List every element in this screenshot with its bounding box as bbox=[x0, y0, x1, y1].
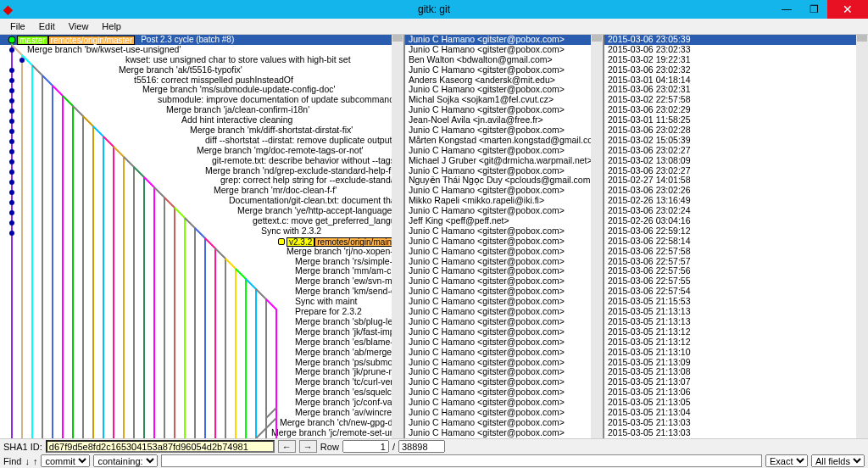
date-cell[interactable]: 2015-03-05 21:13:13 bbox=[604, 307, 868, 317]
commit-row[interactable]: Merge branch 'ms/submodule-update-config… bbox=[0, 85, 403, 95]
date-cell[interactable]: 2015-03-06 23:05:39 bbox=[604, 35, 868, 45]
close-button[interactable]: ✕ bbox=[827, 0, 868, 19]
date-cell[interactable]: 2015-03-05 21:13:09 bbox=[604, 358, 868, 368]
date-cell[interactable]: 2015-03-06 23:02:31 bbox=[604, 85, 868, 95]
commit-row[interactable]: Merge branch 'jk/prune-mtime' bbox=[0, 367, 403, 377]
commit-row[interactable]: Merge branch 'nd/grep-exclude-standard-h… bbox=[0, 166, 403, 176]
author-cell[interactable]: Junio C Hamano <gitster@pobox.com> bbox=[405, 297, 603, 307]
date-cell[interactable]: 2015-03-06 22:57:54 bbox=[604, 287, 868, 297]
menu-edit[interactable]: Edit bbox=[32, 21, 62, 31]
date-cell[interactable]: 2015-02-27 14:01:58 bbox=[604, 176, 868, 186]
author-cell[interactable]: Junio C Hamano <gitster@pobox.com> bbox=[405, 358, 603, 368]
author-cell[interactable]: Junio C Hamano <gitster@pobox.com> bbox=[405, 186, 603, 196]
commit-row[interactable]: Sync with maint bbox=[0, 297, 403, 307]
date-cell[interactable]: 2015-02-26 03:04:16 bbox=[604, 216, 868, 226]
commit-row[interactable]: Merge branch 'jc/conf-var-doc' i bbox=[0, 398, 403, 408]
commit-row[interactable]: submodule: improve documentation of upda… bbox=[0, 95, 403, 105]
date-cell[interactable]: 2015-03-02 22:57:58 bbox=[604, 95, 868, 105]
date-cell[interactable]: 2015-03-05 21:13:06 bbox=[604, 387, 868, 398]
author-cell[interactable]: Junio C Hamano <gitster@pobox.com> bbox=[405, 65, 603, 75]
date-cell[interactable]: 2015-03-06 23:02:33 bbox=[604, 45, 868, 55]
prev-button[interactable]: ← bbox=[278, 440, 296, 453]
date-cell[interactable]: 2015-03-06 22:57:55 bbox=[604, 276, 868, 287]
commit-row[interactable]: v2.3.2remotes/origin/maint Git 2 bbox=[0, 237, 403, 247]
author-cell[interactable]: Junio C Hamano <gitster@pobox.com> bbox=[405, 247, 603, 257]
author-cell[interactable]: Junio C Hamano <gitster@pobox.com> bbox=[405, 206, 603, 216]
ref-origin-maint[interactable]: remotes/origin/maint bbox=[314, 237, 397, 247]
date-cell[interactable]: 2015-03-05 21:13:12 bbox=[604, 327, 868, 337]
author-cell[interactable]: Junio C Hamano <gitster@pobox.com> bbox=[405, 287, 603, 297]
commit-row[interactable]: Merge branch 'jk/fast-import-die bbox=[0, 327, 403, 337]
menu-file[interactable]: File bbox=[3, 21, 32, 31]
date-cell[interactable]: 2015-03-05 21:13:03 bbox=[604, 418, 868, 428]
commit-row[interactable]: kwset: use unsigned char to store values… bbox=[0, 55, 403, 65]
date-pane[interactable]: 2015-03-06 23:05:392015-03-06 23:02:3320… bbox=[604, 35, 868, 438]
author-cell[interactable]: Junio C Hamano <gitster@pobox.com> bbox=[405, 45, 603, 55]
author-scrollbar[interactable] bbox=[591, 35, 603, 438]
commit-row[interactable]: Merge branch 'ye/http-accept-language' bbox=[0, 206, 403, 216]
author-cell[interactable]: Ben Walton <bdwalton@gmail.com> bbox=[405, 55, 603, 65]
author-cell[interactable]: Jeff King <peff@peff.net> bbox=[405, 216, 603, 226]
date-cell[interactable]: 2015-03-01 11:58:25 bbox=[604, 115, 868, 125]
author-cell[interactable]: Junio C Hamano <gitster@pobox.com> bbox=[405, 348, 603, 358]
date-cell[interactable]: 2015-03-06 23:02:32 bbox=[604, 65, 868, 75]
date-cell[interactable]: 2015-03-05 21:13:04 bbox=[604, 408, 868, 418]
author-cell[interactable]: Anders Kaseorg <andersk@mit.edu> bbox=[405, 75, 603, 86]
find-fields-select[interactable]: All fields bbox=[811, 454, 865, 467]
author-cell[interactable]: Mikko Rapeli <mikko.rapeli@iki.fi> bbox=[405, 196, 603, 206]
date-cell[interactable]: 2015-03-06 23:02:28 bbox=[604, 125, 868, 136]
author-cell[interactable]: Junio C Hamano <gitster@pobox.com> bbox=[405, 408, 603, 418]
date-cell[interactable]: 2015-03-05 21:13:08 bbox=[604, 367, 868, 377]
date-cell[interactable]: 2015-03-05 21:13:13 bbox=[604, 317, 868, 327]
author-cell[interactable]: Junio C Hamano <gitster@pobox.com> bbox=[405, 125, 603, 136]
date-cell[interactable]: 2015-03-05 21:13:07 bbox=[604, 377, 868, 387]
commit-row[interactable]: t5516: correct misspelled pushInsteadOf bbox=[0, 75, 403, 86]
author-cell[interactable]: Junio C Hamano <gitster@pobox.com> bbox=[405, 105, 603, 115]
date-cell[interactable]: 2015-03-05 21:13:05 bbox=[604, 398, 868, 408]
sha-input[interactable] bbox=[46, 440, 275, 453]
commit-row[interactable]: Sync with 2.3.2 bbox=[0, 226, 403, 237]
author-cell[interactable]: Junio C Hamano <gitster@pobox.com> bbox=[405, 377, 603, 387]
author-cell[interactable]: Michal Sojka <sojkam1@fel.cvut.cz> bbox=[405, 95, 603, 105]
commit-row[interactable]: Merge branch 'es/squelch-ope bbox=[0, 387, 403, 398]
author-cell[interactable]: Junio C Hamano <gitster@pobox.com> bbox=[405, 166, 603, 176]
commit-row[interactable]: Merge branch 'rs/simple-cleanup... bbox=[0, 257, 403, 267]
author-cell[interactable]: Junio C Hamano <gitster@pobox.com> bbox=[405, 85, 603, 95]
date-cell[interactable]: 2015-03-06 22:59:12 bbox=[604, 226, 868, 237]
commit-row[interactable]: Merge branch 'mm/am-c-doc' into bbox=[0, 266, 403, 276]
commit-row[interactable]: Merge branch 'mg/doc-remote-tags-or-not' bbox=[0, 146, 403, 156]
date-cell[interactable]: 2015-03-06 23:02:29 bbox=[604, 105, 868, 115]
next-button[interactable]: → bbox=[299, 440, 317, 453]
author-cell[interactable]: Junio C Hamano <gitster@pobox.com> bbox=[405, 327, 603, 337]
commit-row[interactable]: Merge branch 'mk/diff-shortstat-dirstat-… bbox=[0, 125, 403, 136]
date-cell[interactable]: 2015-03-02 15:05:39 bbox=[604, 136, 868, 146]
commit-row[interactable]: git-remote.txt: describe behavior withou… bbox=[0, 156, 403, 166]
commit-row[interactable]: Merge branch 'ps/submodule-s bbox=[0, 358, 403, 368]
date-cell[interactable]: 2015-03-06 22:57:56 bbox=[604, 266, 868, 276]
date-cell[interactable]: 2015-03-02 19:22:31 bbox=[604, 55, 868, 65]
ref-origin-master[interactable]: remotes/origin/master bbox=[48, 36, 136, 45]
find-match-select[interactable]: containing: bbox=[93, 454, 158, 467]
find-mode-select[interactable]: commit bbox=[41, 454, 90, 467]
commit-row[interactable]: grep: correct help string for --exclude-… bbox=[0, 176, 403, 186]
author-cell[interactable]: Junio C Hamano <gitster@pobox.com> bbox=[405, 337, 603, 348]
author-cell[interactable]: Junio C Hamano <gitster@pobox.com> bbox=[405, 428, 603, 438]
author-cell[interactable]: Mårten Kongstad <marten.kongstad@gmail.c… bbox=[405, 136, 603, 146]
graph-pane[interactable]: masterremotes/origin/master Post 2.3 cyc… bbox=[0, 35, 405, 438]
commit-row[interactable]: gettext.c: move get_preferred_languages(… bbox=[0, 216, 403, 226]
ref-master[interactable]: master bbox=[17, 36, 48, 45]
author-cell[interactable]: Junio C Hamano <gitster@pobox.com> bbox=[405, 35, 603, 45]
find-exact-select[interactable]: Exact bbox=[765, 454, 808, 467]
commit-row[interactable]: Merge branch 'km/send-email-ge' bbox=[0, 287, 403, 297]
minimize-button[interactable]: — bbox=[773, 0, 800, 19]
menu-help[interactable]: Help bbox=[95, 21, 128, 31]
author-cell[interactable]: Junio C Hamano <gitster@pobox.com> bbox=[405, 387, 603, 398]
commit-row[interactable]: Merge branch 'mr/doc-clean-f-f' bbox=[0, 186, 403, 196]
author-cell[interactable]: Michael J Gruber <git@drmicha.warpmail.n… bbox=[405, 156, 603, 166]
author-cell[interactable]: Junio C Hamano <gitster@pobox.com> bbox=[405, 367, 603, 377]
date-cell[interactable]: 2015-03-06 23:02:24 bbox=[604, 206, 868, 216]
commit-row[interactable]: diff --shortstat --dirstat: remove dupli… bbox=[0, 136, 403, 146]
graph-scrollbar[interactable] bbox=[392, 35, 403, 438]
commit-row[interactable]: Merge branch 'bw/kwset-use-unsigned' bbox=[0, 45, 403, 55]
commit-row[interactable]: Documentation/git-clean.txt: document th… bbox=[0, 196, 403, 206]
